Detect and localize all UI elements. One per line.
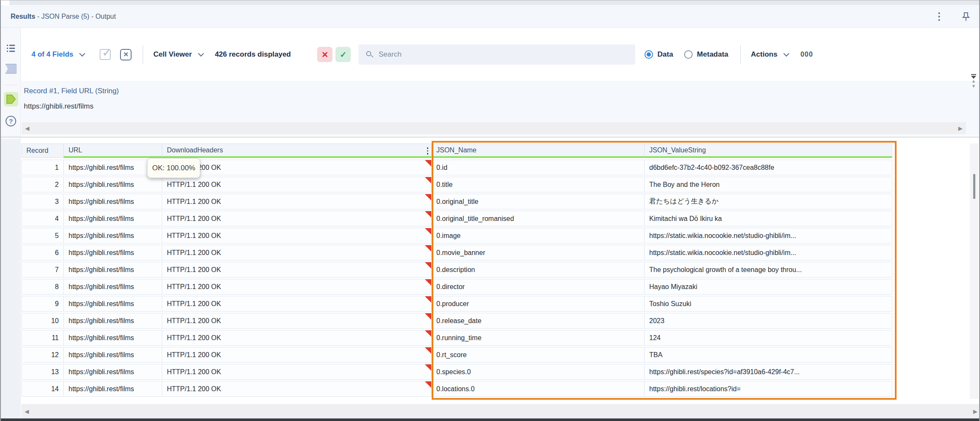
cell-record[interactable]: 7 [21, 262, 64, 278]
cell-json-valuestring[interactable]: The Boy and the Heron [644, 177, 892, 192]
scroll-right-icon[interactable]: ▶ [970, 408, 980, 415]
cell-record[interactable]: 12 [21, 347, 64, 363]
cell-url[interactable]: https://ghibli.rest/films [63, 279, 162, 295]
cell-url[interactable]: https://ghibli.rest/films [63, 381, 162, 397]
spin-down-icon[interactable]: ▼ [971, 84, 976, 88]
search-box[interactable] [358, 44, 635, 65]
cell-downloadheaders[interactable]: HTTP/1.1 200 OK [162, 330, 432, 346]
cell-url[interactable]: https://ghibli.rest/films [63, 177, 162, 192]
panel-menu-icon[interactable] [937, 11, 942, 23]
cell-json-valuestring[interactable]: Kimitachi wa Dō Ikiru ka [644, 211, 892, 226]
cell-json-name[interactable]: 0.id [431, 160, 645, 175]
spin-up-icon[interactable]: ▲ [971, 79, 976, 83]
pin-icon[interactable] [960, 11, 971, 22]
cell-record[interactable]: 11 [21, 330, 64, 346]
apply-filter-button[interactable]: ✓ [335, 47, 351, 62]
column-header-json-name[interactable]: JSON_Name [431, 143, 645, 158]
cell-json-valuestring[interactable]: The psychological growth of a teenage bo… [644, 262, 892, 278]
cell-json-valuestring[interactable]: Toshio Suzuki [644, 296, 892, 312]
cell-json-name[interactable]: 0.rt_score [431, 347, 645, 363]
cell-downloadheaders[interactable]: HTTP/1.1 200 OK [162, 347, 432, 363]
cell-url[interactable]: https://ghibli.rest/films [63, 296, 162, 312]
cell-downloadheaders[interactable]: HTTP/1.1 200 OK [162, 296, 432, 312]
cell-json-valuestring[interactable]: 2023 [644, 313, 892, 329]
cell-downloadheaders[interactable]: HTTP/1.1 200 OK [162, 313, 432, 329]
table-hscrollbar[interactable]: ◀ ▶ [21, 404, 980, 418]
cancel-filter-button[interactable]: ✕ [317, 47, 332, 62]
vscrollbar-thumb[interactable] [973, 174, 975, 199]
cell-json-name[interactable]: 0.producer [431, 296, 645, 312]
cell-record[interactable]: 9 [21, 296, 64, 312]
cell-downloadheaders[interactable]: HTTP/1.1 200 OK [162, 194, 432, 209]
cell-json-name[interactable]: 0.original_title_romanised [431, 211, 645, 226]
cell-url[interactable]: https://ghibli.rest/films [63, 245, 162, 261]
cell-url[interactable]: https://ghibli.rest/films [63, 347, 162, 363]
scroll-right-icon[interactable]: ▶ [955, 125, 966, 132]
cell-json-valuestring[interactable]: TBA [644, 347, 892, 363]
cell-url[interactable]: https://ghibli.rest/films [63, 262, 162, 278]
column-menu-icon[interactable] [427, 147, 429, 155]
cell-downloadheaders[interactable]: HTTP/1.1 200 OK [162, 160, 432, 175]
field-list-icon[interactable] [1, 45, 21, 52]
search-input[interactable] [378, 50, 635, 59]
cell-url[interactable]: https://ghibli.rest/films [63, 364, 162, 380]
cell-json-name[interactable]: 0.image [431, 228, 645, 243]
table-vscrollbar[interactable] [970, 143, 978, 399]
output-shape-icon[interactable] [1, 92, 21, 106]
cell-url[interactable]: https://ghibli.rest/films [63, 211, 162, 226]
select-all-fields-button[interactable]: ✓ [100, 49, 111, 60]
cell-json-name[interactable]: 0.title [431, 177, 645, 192]
cell-json-valuestring[interactable]: https://ghibli.rest/species?id=af3910a6-… [644, 364, 892, 380]
cell-url[interactable]: https://ghibli.rest/films [63, 194, 162, 209]
cell-json-name[interactable]: 0.description [431, 262, 645, 278]
column-header-record[interactable]: Record [21, 143, 64, 158]
cell-json-name[interactable]: 0.species.0 [431, 364, 645, 380]
cell-downloadheaders[interactable]: HTTP/1.1 200 OK [162, 364, 432, 380]
deselect-all-fields-button[interactable]: ✕ [120, 49, 132, 60]
cell-json-valuestring[interactable]: 君たちはどう生きるか [644, 194, 892, 209]
cell-downloadheaders[interactable]: HTTP/1.1 200 OK [162, 262, 432, 278]
cell-viewer-value[interactable]: https://ghibli.rest/films [24, 102, 93, 111]
help-icon[interactable]: ? [1, 116, 21, 126]
cell-json-valuestring[interactable]: https://ghibli.rest/locations?id= [644, 381, 892, 397]
radio-metadata[interactable]: Metadata [684, 50, 728, 59]
column-header-json-valuestring[interactable]: JSON_ValueString [644, 143, 892, 158]
fields-dropdown[interactable]: 4 of 4 Fields [32, 50, 83, 59]
radio-data[interactable]: Data [645, 50, 673, 59]
cell-json-name[interactable]: 0.running_time [431, 330, 645, 346]
cell-viewer-hscrollbar[interactable]: ◀ ▶ [22, 122, 966, 134]
cell-downloadheaders[interactable]: HTTP/1.1 200 OK [162, 381, 432, 397]
cell-json-name[interactable]: 0.locations.0 [431, 381, 645, 397]
actions-dropdown[interactable]: Actions [751, 50, 788, 59]
cell-url[interactable]: https://ghibli.rest/films [63, 228, 162, 243]
cell-record[interactable]: 2 [21, 177, 64, 192]
cell-downloadheaders[interactable]: HTTP/1.1 200 OK [162, 177, 432, 192]
cell-record[interactable]: 4 [21, 211, 64, 226]
cell-record[interactable]: 8 [21, 279, 64, 295]
column-header-url[interactable]: URL [63, 143, 162, 158]
cell-json-name[interactable]: 0.movie_banner [431, 245, 645, 261]
cell-downloadheaders[interactable]: HTTP/1.1 200 OK [162, 245, 432, 261]
cell-json-name[interactable]: 0.release_date [431, 313, 645, 329]
cell-json-name[interactable]: 0.director [431, 279, 645, 295]
cell-downloadheaders[interactable]: HTTP/1.1 200 OK [162, 279, 432, 295]
cell-json-valuestring[interactable]: Hayao Miyazaki [644, 279, 892, 295]
cell-downloadheaders[interactable]: HTTP/1.1 200 OK [162, 228, 432, 243]
cell-record[interactable]: 3 [21, 194, 64, 209]
cell-downloadheaders[interactable]: HTTP/1.1 200 OK [162, 211, 432, 226]
cell-url[interactable]: https://ghibli.rest/films [63, 313, 162, 329]
cell-json-name[interactable]: 0.original_title [431, 194, 645, 209]
cell-record[interactable]: 1 [21, 160, 64, 175]
cell-url[interactable]: https://ghibli.rest/films [63, 330, 162, 346]
cell-record[interactable]: 5 [21, 228, 64, 243]
scroll-left-icon[interactable]: ◀ [21, 408, 32, 415]
cell-json-valuestring[interactable]: https://static.wikia.nocookie.net/studio… [644, 245, 892, 261]
cell-json-valuestring[interactable]: 124 [644, 330, 892, 346]
cell-record[interactable]: 14 [21, 381, 64, 397]
cell-json-valuestring[interactable]: d6bd6efc-37b2-4c40-b092-367cea8c88fe [644, 160, 892, 175]
cell-viewer-dropdown[interactable]: Cell Viewer [153, 50, 202, 59]
cell-json-valuestring[interactable]: https://static.wikia.nocookie.net/studio… [644, 228, 892, 243]
cell-record[interactable]: 10 [21, 313, 64, 329]
panel-view-icon[interactable] [1, 64, 21, 74]
scroll-left-icon[interactable]: ◀ [22, 125, 33, 132]
